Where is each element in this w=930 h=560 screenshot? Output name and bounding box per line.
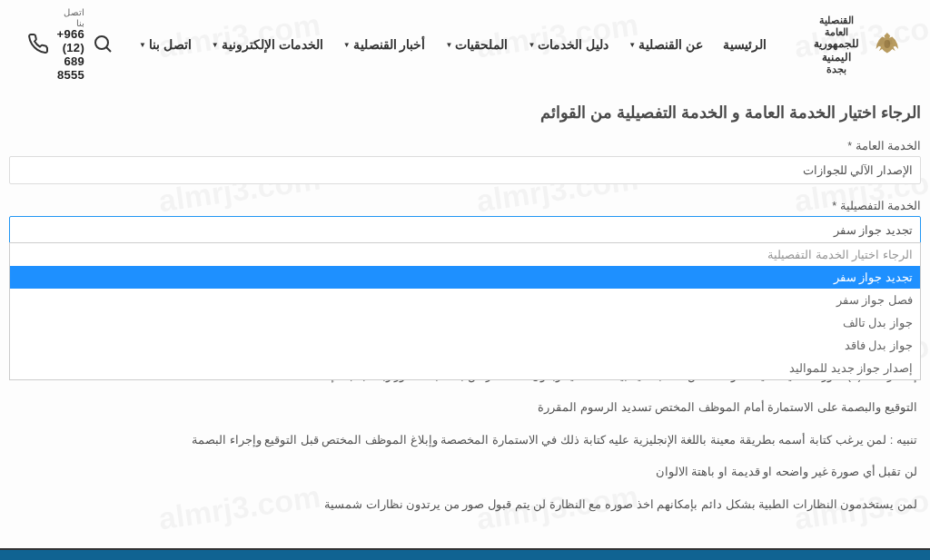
page-title: الرجاء اختيار الخدمة العامة و الخدمة الت… [9, 103, 921, 123]
nav-news-label: أخبار القنصلية [353, 37, 426, 52]
logo-text: القنصلية العامة للجمهورية اليمنية بجدة [808, 15, 865, 75]
detail-service-select[interactable]: تجديد جواز سفر الرجاء اختيار الخدمة التف… [9, 216, 921, 244]
contact-block: اتصل بنا +966 (12) 689 8555 [27, 7, 124, 83]
logo-line1: القنصلية العامة [808, 15, 865, 37]
instructions: إحضار عدد (2) صور شخصية حديثة ملونه مقاس… [9, 367, 921, 514]
dropdown-option-lost[interactable]: جواز بدل فاقد [10, 334, 920, 357]
nav-guide[interactable]: دليل الخدمات▼ [528, 37, 608, 52]
nav-about[interactable]: عن القنصلية▼ [628, 37, 703, 52]
dropdown-option-separate[interactable]: فصل جواز سفر [10, 289, 920, 311]
svg-point-1 [95, 36, 108, 49]
nav-home[interactable]: الرئيسية [723, 37, 767, 52]
chevron-down-icon: ▼ [212, 41, 219, 49]
nav-eservices[interactable]: الخدمات الإلكترونية▼ [212, 37, 323, 52]
chevron-down-icon: ▼ [528, 41, 535, 49]
header: القنصلية العامة للجمهورية اليمنية بجدة ا… [0, 0, 930, 86]
nav-guide-label: دليل الخدمات [538, 37, 608, 52]
logo-line3: بجدة [808, 64, 865, 75]
nav-eservices-label: الخدمات الإلكترونية [222, 37, 323, 52]
logo-line2: للجمهورية اليمنية [808, 37, 865, 64]
note-2: التوقيع والبصمة على الاستمارة أمام الموظ… [73, 398, 917, 417]
nav-news[interactable]: أخبار القنصلية▼ [343, 37, 426, 52]
note-5: لمن يستخدمون النظارات الطبية بشكل دائم ب… [73, 496, 917, 514]
logo: القنصلية العامة للجمهورية اليمنية بجدة [808, 15, 903, 75]
nav-attach[interactable]: الملحقيات▼ [445, 37, 508, 52]
detail-service-dropdown: الرجاء اختيار الخدمة التفصيلية تجديد جوا… [9, 242, 921, 380]
contact-number: +966 (12) 689 8555 [56, 28, 84, 83]
note-3: تنبيه : لمن يرغب كتابة أسمه بطريقة معينة… [73, 431, 917, 449]
note-4: لن تقبل أي صورة غير واضحه او قديمة او با… [73, 463, 917, 481]
nav-attach-label: الملحقيات [455, 37, 508, 52]
search-icon[interactable] [92, 33, 114, 57]
nav-contact-label: اتصل بنا [149, 37, 192, 52]
general-service-label: الخدمة العامة * [9, 139, 921, 152]
nav-about-label: عن القنصلية [638, 37, 703, 52]
svg-point-0 [885, 40, 891, 48]
dropdown-option-damaged[interactable]: جواز بدل تالف [10, 311, 920, 334]
dropdown-option-placeholder[interactable]: الرجاء اختيار الخدمة التفصيلية [10, 243, 920, 266]
form-content: الرجاء اختيار الخدمة العامة و الخدمة الت… [0, 86, 930, 514]
general-service-select[interactable]: الإصدار الآلي للجوازات [9, 156, 921, 184]
footer-bar [0, 548, 930, 560]
dropdown-option-renew[interactable]: تجديد جواز سفر [10, 266, 920, 289]
nav-contact[interactable]: اتصل بنا▼ [139, 37, 192, 52]
main-nav: الرئيسية عن القنصلية▼ دليل الخدمات▼ المل… [139, 37, 767, 52]
phone-icon [27, 33, 49, 57]
detail-service-value: تجديد جواز سفر [834, 223, 913, 237]
dropdown-option-newborn[interactable]: إصدار جواز جديد للمواليد [10, 357, 920, 379]
chevron-down-icon: ▼ [445, 41, 452, 49]
chevron-down-icon: ▼ [628, 41, 636, 49]
detail-service-label: الخدمة التفصيلية * [9, 199, 921, 212]
contact-label: اتصل بنا [56, 7, 84, 28]
chevron-down-icon: ▼ [139, 41, 146, 49]
svg-line-2 [106, 47, 111, 52]
eagle-emblem-icon [872, 25, 903, 64]
chevron-down-icon: ▼ [343, 41, 351, 49]
